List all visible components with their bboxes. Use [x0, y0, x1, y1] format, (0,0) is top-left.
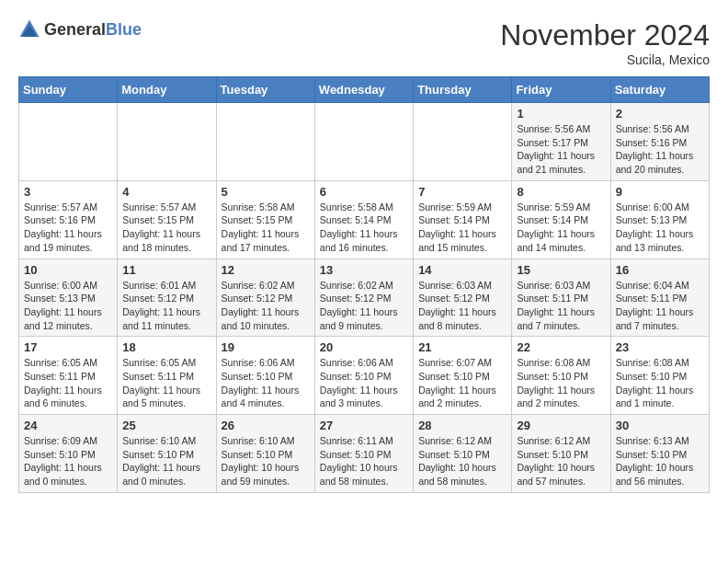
- day-info: Sunrise: 6:10 AMSunset: 5:10 PMDaylight:…: [222, 434, 310, 488]
- calendar-cell: 22Sunrise: 6:08 AMSunset: 5:10 PMDayligh…: [512, 337, 610, 415]
- calendar-cell: [19, 103, 118, 181]
- day-number: 22: [517, 340, 605, 354]
- day-number: 19: [222, 340, 310, 354]
- day-info: Sunrise: 6:02 AMSunset: 5:12 PMDaylight:…: [222, 279, 310, 333]
- weekday-header: Saturday: [610, 77, 709, 103]
- location-title: Sucila, Mexico: [500, 52, 710, 67]
- day-info: Sunrise: 6:02 AMSunset: 5:12 PMDaylight:…: [320, 279, 408, 333]
- title-block: November 2024 Sucila, Mexico: [500, 18, 710, 67]
- day-number: 2: [616, 107, 704, 121]
- calendar-cell: 23Sunrise: 6:08 AMSunset: 5:10 PMDayligh…: [610, 337, 709, 415]
- day-info: Sunrise: 6:06 AMSunset: 5:10 PMDaylight:…: [320, 356, 408, 410]
- calendar-cell: 20Sunrise: 6:06 AMSunset: 5:10 PMDayligh…: [314, 337, 413, 415]
- day-number: 1: [517, 107, 605, 121]
- calendar-cell: 18Sunrise: 6:05 AMSunset: 5:11 PMDayligh…: [118, 337, 216, 415]
- calendar-cell: 21Sunrise: 6:07 AMSunset: 5:10 PMDayligh…: [414, 337, 512, 415]
- day-number: 11: [122, 263, 210, 277]
- day-number: 17: [24, 340, 112, 354]
- day-info: Sunrise: 6:00 AMSunset: 5:13 PMDaylight:…: [616, 201, 704, 255]
- logo-icon: [18, 18, 40, 40]
- day-info: Sunrise: 6:12 AMSunset: 5:10 PMDaylight:…: [517, 434, 605, 488]
- day-number: 8: [517, 185, 605, 199]
- weekday-header: Monday: [118, 77, 216, 103]
- weekday-header: Tuesday: [216, 77, 314, 103]
- day-info: Sunrise: 5:58 AMSunset: 5:15 PMDaylight:…: [222, 201, 310, 255]
- calendar-cell: 7Sunrise: 5:59 AMSunset: 5:14 PMDaylight…: [414, 180, 512, 259]
- day-info: Sunrise: 5:59 AMSunset: 5:14 PMDaylight:…: [517, 201, 605, 255]
- day-number: 6: [320, 185, 408, 199]
- calendar-cell: 29Sunrise: 6:12 AMSunset: 5:10 PMDayligh…: [512, 415, 610, 493]
- day-number: 16: [616, 263, 704, 277]
- calendar-cell: 17Sunrise: 6:05 AMSunset: 5:11 PMDayligh…: [19, 337, 118, 415]
- day-info: Sunrise: 6:04 AMSunset: 5:11 PMDaylight:…: [616, 279, 704, 333]
- calendar-cell: 25Sunrise: 6:10 AMSunset: 5:10 PMDayligh…: [118, 415, 216, 493]
- day-info: Sunrise: 6:12 AMSunset: 5:10 PMDaylight:…: [418, 434, 506, 488]
- day-number: 10: [24, 263, 112, 277]
- day-number: 4: [122, 185, 210, 199]
- day-info: Sunrise: 6:07 AMSunset: 5:10 PMDaylight:…: [418, 356, 506, 410]
- day-info: Sunrise: 5:56 AMSunset: 5:17 PMDaylight:…: [517, 122, 605, 177]
- calendar-cell: 11Sunrise: 6:01 AMSunset: 5:12 PMDayligh…: [118, 259, 216, 337]
- calendar-cell: 19Sunrise: 6:06 AMSunset: 5:10 PMDayligh…: [216, 337, 314, 415]
- calendar-cell: 28Sunrise: 6:12 AMSunset: 5:10 PMDayligh…: [414, 415, 512, 493]
- day-number: 12: [222, 263, 310, 277]
- calendar-cell: 2Sunrise: 5:56 AMSunset: 5:16 PMDaylight…: [610, 103, 709, 181]
- day-info: Sunrise: 6:03 AMSunset: 5:11 PMDaylight:…: [517, 279, 605, 333]
- calendar-cell: 12Sunrise: 6:02 AMSunset: 5:12 PMDayligh…: [216, 259, 314, 337]
- day-number: 3: [24, 185, 112, 199]
- day-info: Sunrise: 5:56 AMSunset: 5:16 PMDaylight:…: [616, 122, 704, 177]
- calendar-week-row: 17Sunrise: 6:05 AMSunset: 5:11 PMDayligh…: [19, 337, 710, 415]
- day-number: 18: [122, 340, 210, 354]
- day-info: Sunrise: 6:00 AMSunset: 5:13 PMDaylight:…: [24, 279, 112, 333]
- day-number: 21: [418, 340, 506, 354]
- weekday-header: Sunday: [19, 77, 118, 103]
- day-number: 23: [616, 340, 704, 354]
- day-info: Sunrise: 6:06 AMSunset: 5:10 PMDaylight:…: [222, 356, 310, 410]
- calendar-week-row: 24Sunrise: 6:09 AMSunset: 5:10 PMDayligh…: [19, 415, 710, 493]
- calendar-cell: 27Sunrise: 6:11 AMSunset: 5:10 PMDayligh…: [314, 415, 413, 493]
- day-number: 13: [320, 263, 408, 277]
- month-title: November 2024: [500, 18, 710, 52]
- calendar-cell: 9Sunrise: 6:00 AMSunset: 5:13 PMDaylight…: [610, 180, 709, 259]
- calendar-table: SundayMondayTuesdayWednesdayThursdayFrid…: [18, 76, 710, 493]
- calendar-cell: [216, 103, 314, 181]
- day-number: 30: [616, 419, 704, 432]
- day-info: Sunrise: 6:13 AMSunset: 5:10 PMDaylight:…: [616, 434, 704, 488]
- day-number: 5: [222, 185, 310, 199]
- day-info: Sunrise: 5:59 AMSunset: 5:14 PMDaylight:…: [418, 201, 506, 255]
- calendar-cell: 6Sunrise: 5:58 AMSunset: 5:14 PMDaylight…: [314, 180, 413, 259]
- day-number: 9: [616, 185, 704, 199]
- weekday-header: Friday: [512, 77, 610, 103]
- calendar-cell: [314, 103, 413, 181]
- day-info: Sunrise: 5:57 AMSunset: 5:15 PMDaylight:…: [122, 201, 210, 255]
- calendar-week-row: 10Sunrise: 6:00 AMSunset: 5:13 PMDayligh…: [19, 259, 710, 337]
- calendar-cell: 24Sunrise: 6:09 AMSunset: 5:10 PMDayligh…: [19, 415, 118, 493]
- day-info: Sunrise: 6:08 AMSunset: 5:10 PMDaylight:…: [616, 356, 704, 410]
- day-info: Sunrise: 6:05 AMSunset: 5:11 PMDaylight:…: [24, 356, 112, 410]
- calendar-week-row: 3Sunrise: 5:57 AMSunset: 5:16 PMDaylight…: [19, 180, 710, 259]
- day-info: Sunrise: 6:11 AMSunset: 5:10 PMDaylight:…: [320, 434, 408, 488]
- weekday-header: Thursday: [414, 77, 512, 103]
- calendar-cell: 26Sunrise: 6:10 AMSunset: 5:10 PMDayligh…: [216, 415, 314, 493]
- day-info: Sunrise: 6:08 AMSunset: 5:10 PMDaylight:…: [517, 356, 605, 410]
- page-header: GeneralBlue November 2024 Sucila, Mexico: [18, 18, 710, 67]
- calendar-cell: [118, 103, 216, 181]
- calendar-cell: 30Sunrise: 6:13 AMSunset: 5:10 PMDayligh…: [610, 415, 709, 493]
- day-number: 29: [517, 419, 605, 432]
- calendar-cell: 14Sunrise: 6:03 AMSunset: 5:12 PMDayligh…: [414, 259, 512, 337]
- calendar-cell: [414, 103, 512, 181]
- day-number: 27: [320, 419, 408, 432]
- logo: GeneralBlue: [18, 18, 142, 40]
- day-info: Sunrise: 6:03 AMSunset: 5:12 PMDaylight:…: [418, 279, 506, 333]
- calendar-cell: 1Sunrise: 5:56 AMSunset: 5:17 PMDaylight…: [512, 103, 610, 181]
- calendar-week-row: 1Sunrise: 5:56 AMSunset: 5:17 PMDaylight…: [19, 103, 710, 181]
- calendar-cell: 16Sunrise: 6:04 AMSunset: 5:11 PMDayligh…: [610, 259, 709, 337]
- day-number: 25: [122, 419, 210, 432]
- day-info: Sunrise: 5:57 AMSunset: 5:16 PMDaylight:…: [24, 201, 112, 255]
- day-number: 20: [320, 340, 408, 354]
- calendar-cell: 10Sunrise: 6:00 AMSunset: 5:13 PMDayligh…: [19, 259, 118, 337]
- logo-text-blue: Blue: [106, 20, 142, 39]
- calendar-cell: 15Sunrise: 6:03 AMSunset: 5:11 PMDayligh…: [512, 259, 610, 337]
- day-number: 14: [418, 263, 506, 277]
- logo-text-general: General: [44, 20, 106, 39]
